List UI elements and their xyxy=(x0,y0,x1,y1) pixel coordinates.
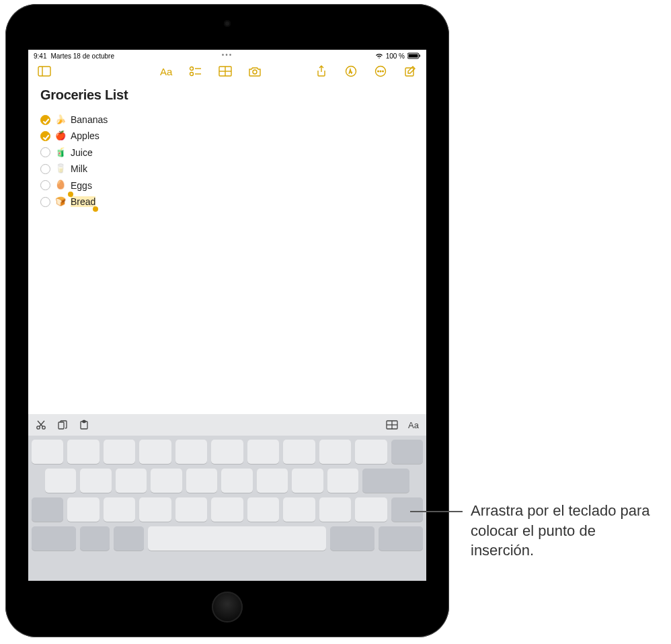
text-selection[interactable]: Bread xyxy=(71,196,95,207)
front-camera xyxy=(224,20,231,27)
key-numbers[interactable] xyxy=(330,526,374,551)
key-blank[interactable] xyxy=(116,469,147,493)
key-blank[interactable] xyxy=(355,440,387,464)
key-blank[interactable] xyxy=(247,440,279,464)
battery-icon xyxy=(407,52,421,59)
markup-button[interactable] xyxy=(342,63,360,79)
key-blank[interactable] xyxy=(283,497,315,522)
key-blank[interactable] xyxy=(327,469,358,493)
svg-rect-1 xyxy=(409,54,418,58)
paste-icon[interactable] xyxy=(78,419,90,431)
key-blank[interactable] xyxy=(80,469,111,493)
key-blank[interactable] xyxy=(139,440,171,464)
check-item[interactable]: 🍌 Bananas xyxy=(40,112,414,127)
key-blank[interactable] xyxy=(247,497,279,522)
key-blank[interactable] xyxy=(221,469,252,493)
key-blank[interactable] xyxy=(104,440,135,464)
key-blank[interactable] xyxy=(319,497,351,522)
note-body[interactable]: Groceries List 🍌 Bananas 🍎 Apples � xyxy=(28,82,426,209)
key-blank[interactable] xyxy=(175,497,207,522)
key-blank[interactable] xyxy=(186,469,217,493)
check-item[interactable]: 🧃 Juice xyxy=(40,145,414,160)
compose-button[interactable] xyxy=(401,63,420,79)
sidebar-toggle-button[interactable] xyxy=(35,63,54,79)
item-label[interactable]: Juice xyxy=(71,145,93,160)
key-space[interactable] xyxy=(148,526,326,551)
key-backspace[interactable] xyxy=(391,440,423,464)
table-button[interactable] xyxy=(216,63,235,79)
key-shift[interactable] xyxy=(391,497,423,522)
status-time: 9:41 xyxy=(34,52,46,60)
battery-text: 100 % xyxy=(386,52,405,60)
note-title[interactable]: Groceries List xyxy=(40,87,414,103)
keyboard-trackpad[interactable]: Aa xyxy=(28,414,426,581)
copy-icon[interactable] xyxy=(56,419,69,431)
item-label[interactable]: Apples xyxy=(71,128,100,143)
key-blank[interactable] xyxy=(283,440,315,464)
key-blank[interactable] xyxy=(257,469,288,493)
svg-rect-18 xyxy=(405,68,413,76)
key-blank[interactable] xyxy=(67,497,99,522)
key-mic[interactable] xyxy=(114,526,143,551)
cut-icon[interactable] xyxy=(35,419,47,431)
key-globe[interactable] xyxy=(80,526,110,551)
svg-rect-3 xyxy=(38,67,50,76)
key-blank[interactable] xyxy=(67,440,99,464)
check-item[interactable]: 🍞 Bread xyxy=(40,194,414,209)
keyboard-format-icon[interactable]: Aa xyxy=(407,419,420,431)
check-item[interactable]: 🥚 Eggs xyxy=(40,178,414,193)
check-item[interactable]: 🍎 Apples xyxy=(40,128,414,143)
key-shift[interactable] xyxy=(32,497,63,522)
checkbox-unchecked-icon[interactable] xyxy=(40,180,50,190)
multitask-ellipsis-icon[interactable]: ••• xyxy=(222,51,233,58)
item-label[interactable]: Bananas xyxy=(71,112,108,127)
key-blank[interactable] xyxy=(32,440,63,464)
item-label[interactable]: Milk xyxy=(71,161,87,176)
home-button[interactable] xyxy=(212,592,243,622)
selection-handle-icon[interactable] xyxy=(68,192,73,197)
key-blank[interactable] xyxy=(355,497,387,522)
item-emoji: 🧃 xyxy=(55,146,66,160)
key-blank[interactable] xyxy=(319,440,351,464)
check-item[interactable]: 🥛 Milk xyxy=(40,161,414,176)
keyboard-keys-dimmed[interactable] xyxy=(28,436,426,581)
share-button[interactable] xyxy=(312,63,331,79)
checkbox-checked-icon[interactable] xyxy=(40,115,50,125)
key-blank[interactable] xyxy=(211,497,243,522)
key-blank[interactable] xyxy=(151,469,182,493)
keyboard-shortcut-bar: Aa xyxy=(28,414,426,436)
more-button[interactable] xyxy=(371,63,390,79)
selection-handle-icon[interactable] xyxy=(93,206,98,212)
screen: 9:41 Martes 18 de octubre ••• 100 % xyxy=(28,50,426,581)
checklist-button[interactable] xyxy=(186,63,205,79)
status-bar: 9:41 Martes 18 de octubre ••• 100 % xyxy=(28,50,426,61)
item-emoji: 🍌 xyxy=(55,113,66,127)
key-dismiss[interactable] xyxy=(379,526,423,551)
item-emoji: 🍎 xyxy=(55,129,66,143)
checkbox-checked-icon[interactable] xyxy=(40,131,50,141)
callout-line xyxy=(410,511,463,512)
checkbox-unchecked-icon[interactable] xyxy=(40,197,50,207)
checkbox-unchecked-icon[interactable] xyxy=(40,147,50,157)
item-label[interactable]: Bread xyxy=(71,194,95,209)
item-label[interactable]: Eggs xyxy=(71,178,92,193)
key-numbers[interactable] xyxy=(32,526,76,551)
format-button[interactable]: Aa xyxy=(157,63,175,79)
svg-point-15 xyxy=(378,71,379,72)
camera-button[interactable] xyxy=(245,63,264,79)
item-emoji: 🥚 xyxy=(55,178,66,192)
key-blank[interactable] xyxy=(292,469,323,493)
keyboard-table-icon[interactable] xyxy=(386,419,398,431)
key-blank[interactable] xyxy=(175,440,207,464)
svg-rect-2 xyxy=(420,55,421,57)
svg-point-12 xyxy=(253,70,257,74)
annotation-text: Arrastra por el teclado para colocar el … xyxy=(471,501,659,561)
key-return[interactable] xyxy=(362,469,409,493)
key-blank[interactable] xyxy=(104,497,135,522)
svg-point-17 xyxy=(383,71,384,72)
checkbox-unchecked-icon[interactable] xyxy=(40,164,50,174)
key-blank[interactable] xyxy=(45,469,76,493)
key-blank[interactable] xyxy=(139,497,171,522)
ipad-bezel: 9:41 Martes 18 de octubre ••• 100 % xyxy=(8,7,446,635)
key-blank[interactable] xyxy=(211,440,243,464)
